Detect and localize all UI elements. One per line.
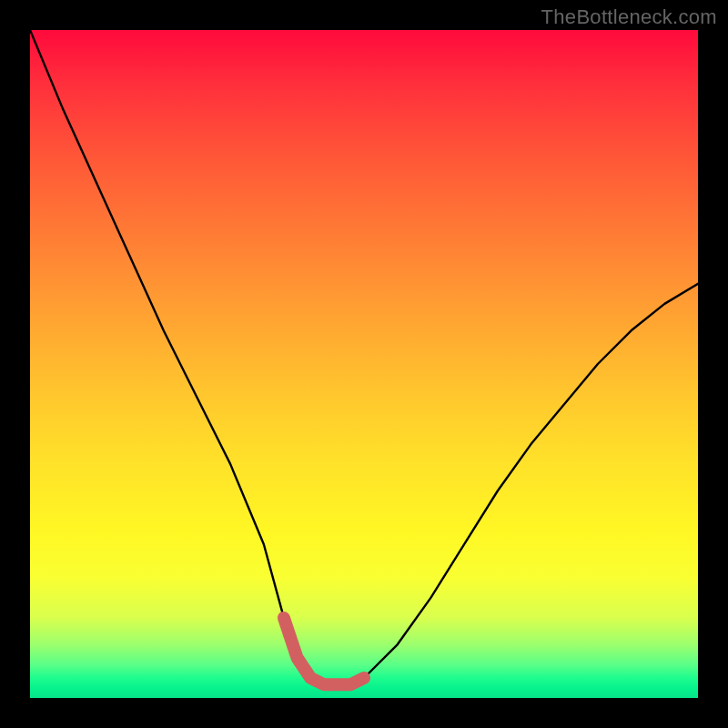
curve-layer (30, 30, 698, 698)
bottleneck-curve-path (30, 30, 698, 684)
watermark-text: TheBottleneck.com (541, 5, 717, 29)
optimal-plateau-path (284, 618, 364, 684)
chart-frame: TheBottleneck.com (0, 0, 728, 728)
plot-area (30, 30, 698, 698)
